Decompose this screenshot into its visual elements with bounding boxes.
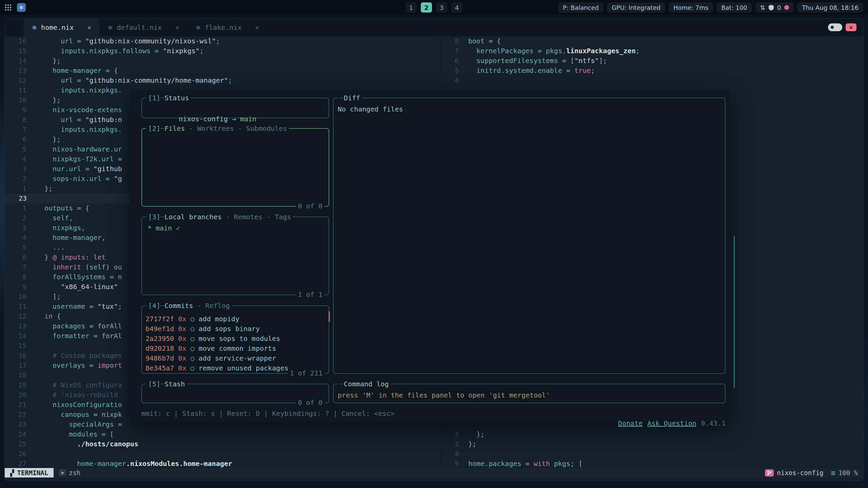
line-number: 1 — [5, 203, 26, 213]
line-number: 21 — [5, 400, 26, 410]
code-line[interactable]: 15 inputs.nixpkgs.follows = "nixpkgs"; — [5, 46, 441, 56]
panel-title: [3]─Local branches - Remotes - Tags — [146, 212, 293, 222]
lazygit-stash-panel[interactable]: [5]─Stash 0 of 0 — [141, 384, 329, 403]
tab-close-icon[interactable]: × — [255, 23, 259, 32]
commit-row[interactable]: b49ef1d 0x ○ add sops binary — [145, 324, 326, 334]
clock-module[interactable]: Thu Aug 08, 18:16 — [797, 2, 863, 13]
line-number: 2 — [442, 429, 459, 439]
code-line[interactable]: 4 — [442, 449, 863, 459]
item-count: 1 of 1 — [296, 290, 324, 299]
panel-tabs[interactable]: - Worktrees - Submodules — [185, 124, 287, 133]
power-profile-module[interactable]: P: Balanced — [558, 2, 604, 13]
code-line[interactable]: 5home.packages = with pkgs; [ — [442, 459, 863, 468]
line-number: 20 — [5, 390, 26, 400]
line-number: 3 — [5, 223, 26, 233]
lazygit-commits-panel[interactable]: [4]─Commits - Reflog 2717f2f 0x ○ add mo… — [141, 305, 329, 374]
title-dash: ─ — [160, 124, 164, 133]
top-status-bar: ❄ 1 2 3 4 P: Balanced GPU: Integrated Ho… — [0, 0, 868, 15]
workspace-button-4[interactable]: 4 — [451, 2, 462, 13]
code-line[interactable]: 12 url = "github:nix-community/home-mana… — [5, 76, 441, 85]
code-line[interactable]: 8boot = { — [442, 36, 863, 46]
nix-file-icon: ❄ — [107, 24, 113, 31]
title-dash: ─ — [160, 93, 164, 103]
tab-flake-nix[interactable]: ❄ flake.nix × — [188, 19, 268, 36]
commits-scrollbar-thumb[interactable] — [329, 311, 330, 322]
scrollbar-indicator[interactable] — [734, 236, 735, 388]
ask-question-link[interactable]: Ask Question — [647, 419, 696, 427]
line-number: 16 — [5, 36, 26, 46]
panel-title-text: Commits — [164, 301, 193, 310]
ping-module[interactable]: Home: 7ms — [669, 2, 713, 13]
commit-row[interactable]: 2717f2f 0x ○ add mopidy — [145, 314, 326, 324]
line-number: 5 — [442, 66, 459, 76]
color-picker-icon[interactable] — [784, 5, 789, 10]
workspace-button-3[interactable]: 3 — [436, 2, 447, 13]
tab-label: flake.nix — [205, 23, 241, 32]
terminal-icon: ▞ — [10, 469, 14, 476]
tab-default-nix[interactable]: ❄ default.nix × — [99, 19, 188, 36]
code-line[interactable]: 7 kernelPackages = pkgs.linuxPackages_ze… — [442, 46, 863, 56]
minimize-pill-button[interactable] — [828, 23, 842, 31]
workspace-button-2-active[interactable]: 2 — [421, 2, 432, 13]
item-count: 0 of 0 — [296, 201, 324, 211]
tab-close-icon[interactable]: × — [87, 23, 91, 32]
line-number: 14 — [5, 331, 26, 341]
line-number: 18 — [5, 370, 26, 380]
code-line[interactable]: 26 — [5, 449, 441, 459]
lazygit-files-panel[interactable]: [2]─Files - Worktrees - Submodules 0 of … — [141, 128, 329, 207]
panel-title: [2]─Files - Worktrees - Submodules — [146, 124, 289, 133]
shield-icon — [769, 5, 774, 11]
line-number: 23 — [5, 194, 26, 203]
network-icon[interactable]: ⇅ — [760, 4, 765, 11]
commit-row[interactable]: 2a23950 0x ○ move sops to modules — [145, 334, 326, 344]
panel-title-text: Diff — [344, 93, 360, 103]
code-line[interactable]: 14 }; — [5, 56, 441, 66]
code-line[interactable]: 24 modules = [ — [5, 429, 441, 439]
item-count: 1 of 211 — [288, 368, 324, 378]
line-number: 7 — [5, 262, 26, 272]
git-repo-badge[interactable] — [765, 469, 774, 476]
line-number: 10 — [5, 95, 26, 105]
update-count: 0 — [777, 4, 781, 11]
workspace-button-1[interactable]: 1 — [406, 2, 417, 13]
panel-tabs[interactable]: - Remotes - Tags — [222, 212, 291, 222]
panel-title-text: Local branches — [164, 212, 222, 222]
code-line[interactable]: 16 url = "github:nix-community/nixos-wsl… — [5, 36, 441, 46]
gpu-module[interactable]: GPU: Integrated — [607, 2, 665, 13]
lazygit-command-log-panel[interactable]: ─Command log press 'M' in the files pane… — [333, 384, 726, 403]
code-line[interactable]: 2 }; — [442, 429, 863, 439]
branch-row[interactable]: * main ✓ — [147, 223, 326, 233]
code-line[interactable]: 25 ./hosts/canopus — [5, 439, 441, 449]
donate-link[interactable]: Donate — [618, 419, 643, 427]
line-number: 26 — [5, 449, 26, 459]
line-number: 14 — [5, 56, 26, 66]
window-close-button[interactable]: × — [846, 23, 856, 31]
arrow-icon: → — [228, 115, 240, 123]
diff-content: No changed files — [338, 104, 722, 114]
code-line[interactable]: 3}; — [442, 439, 863, 449]
battery-module[interactable]: Bat: 100 — [716, 2, 752, 13]
apps-grid-icon[interactable] — [5, 4, 12, 11]
lazygit-diff-panel[interactable]: ─Diff No changed files — [333, 98, 726, 374]
branch-name: main — [240, 115, 256, 123]
lazygit-branches-panel[interactable]: [3]─Local branches - Remotes - Tags * ma… — [141, 217, 329, 295]
lazygit-status-panel[interactable]: [1]─Status nixos-config → main — [141, 98, 329, 118]
commit-row[interactable]: 9486b7d 0x ○ add service-wrapper — [145, 353, 326, 363]
code-line[interactable]: 13 home-manager = { — [5, 66, 441, 76]
statusline-left: ▞ TERMINAL > zsh — [5, 468, 80, 477]
code-line[interactable]: 5 initrd.systemd.enable = true; — [442, 66, 863, 76]
shell-segment: > zsh — [59, 469, 80, 476]
code-line[interactable]: 27 home-manager.nixosModules.home-manage… — [5, 459, 441, 468]
panel-title-text: Command log — [344, 379, 389, 389]
panel-tabs[interactable]: - Reflog — [193, 301, 230, 310]
line-number: 7 — [5, 125, 26, 135]
nixos-logo-badge[interactable]: ❄ — [17, 3, 26, 12]
panel-number: [5] — [148, 379, 160, 389]
lazygit-float: [1]─Status nixos-config → main [2]─Files… — [131, 90, 729, 422]
tab-home-nix[interactable]: ❄ home.nix × — [24, 19, 99, 36]
code-line[interactable]: 4 — [442, 76, 863, 85]
commit-row[interactable]: d920218 0x ○ move common imports — [145, 344, 326, 353]
line-number: 7 — [442, 46, 459, 56]
code-line[interactable]: 6 supportedFilesystems = ["ntfs"]; — [442, 56, 863, 66]
tab-close-icon[interactable]: × — [175, 23, 179, 32]
